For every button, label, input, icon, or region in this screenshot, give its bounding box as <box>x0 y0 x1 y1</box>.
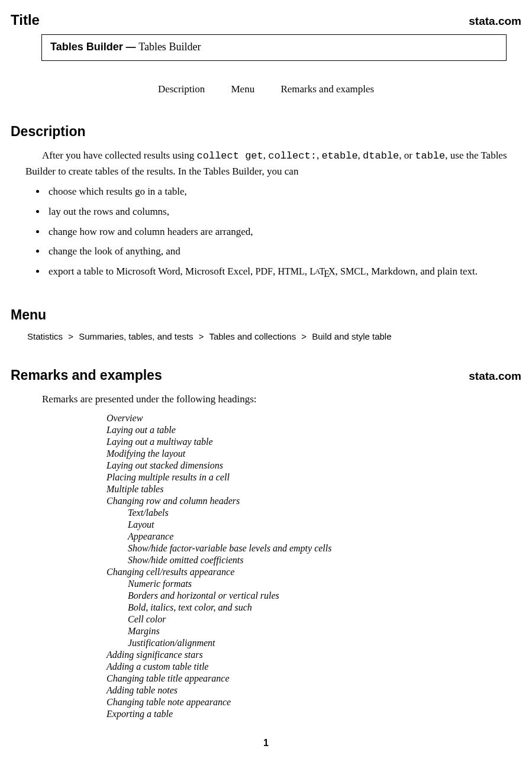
menu-path: Statistics > Summaries, tables, and test… <box>27 331 521 341</box>
toc-entry[interactable]: Laying out a table <box>107 424 521 436</box>
toc-entry[interactable]: Changing cell/results appearance <box>107 566 521 578</box>
remarks-intro: Remarks are presented under the followin… <box>25 392 521 407</box>
cmd-collect-colon: collect: <box>268 150 317 162</box>
nav-remarks[interactable]: Remarks and examples <box>280 83 374 95</box>
title-box-desc: Tables Builder <box>138 41 201 53</box>
bullet5-prefix: export a table to Microsoft Word, Micros… <box>49 266 256 277</box>
toc-entry[interactable]: Exporting a table <box>107 708 521 720</box>
bullet-item: change how row and column headers are ar… <box>46 225 521 239</box>
toc-entry[interactable]: Laying out a multiway table <box>107 436 521 448</box>
title-heading: Title <box>11 12 40 28</box>
menu-step: Build and style table <box>312 331 391 341</box>
menu-step: Statistics <box>27 331 63 341</box>
toc-entry[interactable]: Borders and horizontal or vertical rules <box>128 590 521 602</box>
remarks-toc: OverviewLaying out a tableLaying out a m… <box>107 412 521 720</box>
cmd-collect-get: collect get <box>197 150 263 162</box>
title-box: Tables Builder — Tables Builder <box>41 34 507 61</box>
bullet-item: change the look of anything, and <box>46 244 521 259</box>
toc-entry[interactable]: Cell color <box>128 614 521 625</box>
toc-entry[interactable]: Placing multiple results in a cell <box>107 472 521 483</box>
bullet-item: lay out the rows and columns, <box>46 205 521 219</box>
description-paragraph: After you have collected results using c… <box>25 148 521 179</box>
menu-heading: Menu <box>11 307 521 323</box>
bullet-item: choose which results go in a table, <box>46 185 521 199</box>
toc-entry[interactable]: Justification/alignment <box>128 637 521 649</box>
toc-entry[interactable]: Changing row and column headers <box>107 495 521 507</box>
stata-link-remarks[interactable]: stata.com <box>469 370 521 383</box>
desc-text-1: After you have collected results using <box>42 150 197 161</box>
bullet5-pdf: PDF <box>256 266 273 276</box>
toc-entry[interactable]: Margins <box>128 625 521 637</box>
toc-entry[interactable]: Layout <box>128 519 521 531</box>
toc-entry[interactable]: Adding a custom table title <box>107 661 521 673</box>
cmd-dtable: dtable <box>363 150 399 162</box>
menu-step: Tables and collections <box>209 331 296 341</box>
title-box-dash: — <box>123 41 138 53</box>
bullet5-suffix: , Markdown, and plain text. <box>366 266 478 277</box>
section-nav: Description Menu Remarks and examples <box>11 83 521 95</box>
description-bullets: choose which results go in a table, lay … <box>46 185 521 279</box>
bullet5-latex: LATEX <box>309 266 335 276</box>
toc-entry[interactable]: Overview <box>107 412 521 424</box>
toc-entry[interactable]: Show/hide factor-variable base levels an… <box>128 543 521 554</box>
toc-entry[interactable]: Changing table note appearance <box>107 696 521 708</box>
bullet5-html: HTML <box>278 266 304 276</box>
chevron-icon: > <box>301 331 307 341</box>
remarks-heading: Remarks and examples <box>11 367 162 383</box>
menu-step: Summaries, tables, and tests <box>79 331 193 341</box>
cmd-etable: etable <box>321 150 357 162</box>
nav-description[interactable]: Description <box>158 83 205 95</box>
toc-entry[interactable]: Bold, italics, text color, and such <box>128 602 521 614</box>
chevron-icon: > <box>199 331 204 341</box>
toc-entry[interactable]: Changing table title appearance <box>107 673 521 685</box>
toc-entry[interactable]: Multiple tables <box>107 483 521 495</box>
toc-entry[interactable]: Adding table notes <box>107 685 521 696</box>
stata-link-top[interactable]: stata.com <box>469 15 521 28</box>
toc-entry[interactable]: Text/labels <box>128 507 521 519</box>
cmd-table: table <box>415 150 445 162</box>
description-heading: Description <box>11 124 521 140</box>
toc-entry[interactable]: Laying out stacked dimensions <box>107 460 521 472</box>
nav-menu[interactable]: Menu <box>231 83 254 95</box>
bullet5-smcl: SMCL <box>340 266 366 276</box>
toc-entry[interactable]: Numeric formats <box>128 578 521 590</box>
toc-entry[interactable]: Show/hide omitted coefficients <box>128 554 521 566</box>
bullet-item-export: export a table to Microsoft Word, Micros… <box>46 264 521 279</box>
title-box-name: Tables Builder <box>50 41 123 53</box>
chevron-icon: > <box>68 331 73 341</box>
remarks-header-row: Remarks and examples stata.com <box>11 367 521 383</box>
title-header-row: Title stata.com <box>11 12 521 28</box>
toc-entry[interactable]: Modifying the layout <box>107 448 521 460</box>
toc-entry[interactable]: Adding significance stars <box>107 649 521 661</box>
page-number: 1 <box>11 738 521 748</box>
toc-entry[interactable]: Appearance <box>128 531 521 543</box>
